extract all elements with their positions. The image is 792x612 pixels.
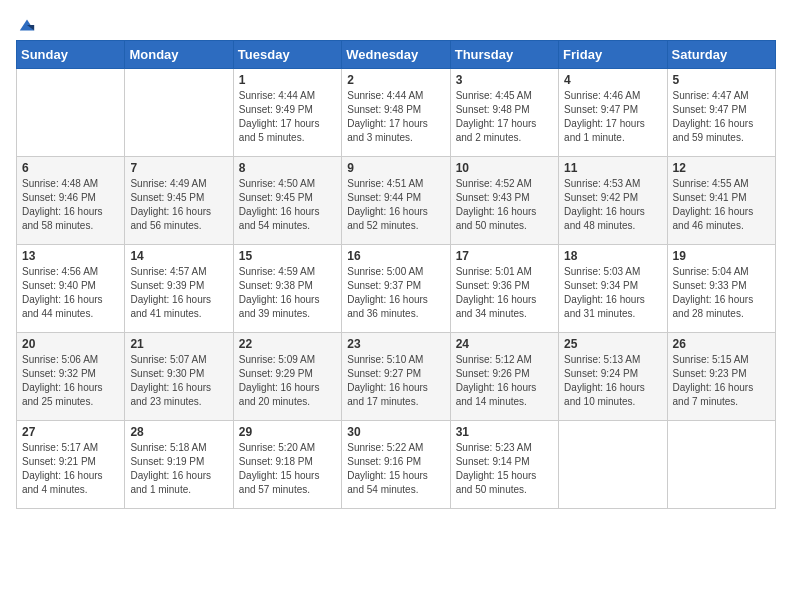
daylight-text: Daylight: 17 hours and 2 minutes.: [456, 118, 537, 143]
day-number: 16: [347, 249, 444, 263]
day-number: 5: [673, 73, 770, 87]
sunset-text: Sunset: 9:39 PM: [130, 280, 204, 291]
sunset-text: Sunset: 9:29 PM: [239, 368, 313, 379]
daylight-text: Daylight: 16 hours and 46 minutes.: [673, 206, 754, 231]
calendar-cell: 20 Sunrise: 5:06 AM Sunset: 9:32 PM Dayl…: [17, 333, 125, 421]
sunset-text: Sunset: 9:21 PM: [22, 456, 96, 467]
calendar-cell: 27 Sunrise: 5:17 AM Sunset: 9:21 PM Dayl…: [17, 421, 125, 509]
calendar-cell: 12 Sunrise: 4:55 AM Sunset: 9:41 PM Dayl…: [667, 157, 775, 245]
calendar-cell: 30 Sunrise: 5:22 AM Sunset: 9:16 PM Dayl…: [342, 421, 450, 509]
day-number: 12: [673, 161, 770, 175]
daylight-text: Daylight: 16 hours and 23 minutes.: [130, 382, 211, 407]
sunset-text: Sunset: 9:16 PM: [347, 456, 421, 467]
day-number: 20: [22, 337, 119, 351]
sunrise-text: Sunrise: 5:18 AM: [130, 442, 206, 453]
day-number: 19: [673, 249, 770, 263]
sunset-text: Sunset: 9:24 PM: [564, 368, 638, 379]
day-number: 6: [22, 161, 119, 175]
sunrise-text: Sunrise: 5:01 AM: [456, 266, 532, 277]
sunset-text: Sunset: 9:33 PM: [673, 280, 747, 291]
daylight-text: Daylight: 16 hours and 31 minutes.: [564, 294, 645, 319]
day-number: 9: [347, 161, 444, 175]
calendar-week-5: 27 Sunrise: 5:17 AM Sunset: 9:21 PM Dayl…: [17, 421, 776, 509]
day-info: Sunrise: 4:57 AM Sunset: 9:39 PM Dayligh…: [130, 265, 227, 321]
sunset-text: Sunset: 9:14 PM: [456, 456, 530, 467]
weekday-header-monday: Monday: [125, 41, 233, 69]
calendar-cell: 23 Sunrise: 5:10 AM Sunset: 9:27 PM Dayl…: [342, 333, 450, 421]
sunrise-text: Sunrise: 4:49 AM: [130, 178, 206, 189]
calendar-cell: 9 Sunrise: 4:51 AM Sunset: 9:44 PM Dayli…: [342, 157, 450, 245]
day-number: 1: [239, 73, 336, 87]
calendar-cell: 4 Sunrise: 4:46 AM Sunset: 9:47 PM Dayli…: [559, 69, 667, 157]
calendar-cell: 13 Sunrise: 4:56 AM Sunset: 9:40 PM Dayl…: [17, 245, 125, 333]
day-number: 25: [564, 337, 661, 351]
day-number: 18: [564, 249, 661, 263]
weekday-header-saturday: Saturday: [667, 41, 775, 69]
daylight-text: Daylight: 16 hours and 50 minutes.: [456, 206, 537, 231]
calendar-cell: 29 Sunrise: 5:20 AM Sunset: 9:18 PM Dayl…: [233, 421, 341, 509]
calendar-cell: 2 Sunrise: 4:44 AM Sunset: 9:48 PM Dayli…: [342, 69, 450, 157]
day-info: Sunrise: 4:56 AM Sunset: 9:40 PM Dayligh…: [22, 265, 119, 321]
daylight-text: Daylight: 16 hours and 36 minutes.: [347, 294, 428, 319]
day-number: 13: [22, 249, 119, 263]
daylight-text: Daylight: 16 hours and 59 minutes.: [673, 118, 754, 143]
day-number: 31: [456, 425, 553, 439]
day-info: Sunrise: 5:13 AM Sunset: 9:24 PM Dayligh…: [564, 353, 661, 409]
calendar-cell: 8 Sunrise: 4:50 AM Sunset: 9:45 PM Dayli…: [233, 157, 341, 245]
day-info: Sunrise: 5:09 AM Sunset: 9:29 PM Dayligh…: [239, 353, 336, 409]
day-number: 4: [564, 73, 661, 87]
logo-text: [16, 16, 36, 34]
day-info: Sunrise: 5:00 AM Sunset: 9:37 PM Dayligh…: [347, 265, 444, 321]
daylight-text: Daylight: 16 hours and 17 minutes.: [347, 382, 428, 407]
daylight-text: Daylight: 15 hours and 57 minutes.: [239, 470, 320, 495]
daylight-text: Daylight: 16 hours and 7 minutes.: [673, 382, 754, 407]
calendar-cell: 17 Sunrise: 5:01 AM Sunset: 9:36 PM Dayl…: [450, 245, 558, 333]
day-number: 10: [456, 161, 553, 175]
sunset-text: Sunset: 9:34 PM: [564, 280, 638, 291]
sunset-text: Sunset: 9:46 PM: [22, 192, 96, 203]
calendar-cell: 22 Sunrise: 5:09 AM Sunset: 9:29 PM Dayl…: [233, 333, 341, 421]
logo-icon: [18, 16, 36, 34]
sunrise-text: Sunrise: 5:13 AM: [564, 354, 640, 365]
day-number: 14: [130, 249, 227, 263]
calendar-header-row: SundayMondayTuesdayWednesdayThursdayFrid…: [17, 41, 776, 69]
daylight-text: Daylight: 16 hours and 1 minute.: [130, 470, 211, 495]
calendar-cell: 21 Sunrise: 5:07 AM Sunset: 9:30 PM Dayl…: [125, 333, 233, 421]
day-number: 7: [130, 161, 227, 175]
sunrise-text: Sunrise: 5:15 AM: [673, 354, 749, 365]
day-number: 30: [347, 425, 444, 439]
sunrise-text: Sunrise: 4:46 AM: [564, 90, 640, 101]
daylight-text: Daylight: 16 hours and 41 minutes.: [130, 294, 211, 319]
daylight-text: Daylight: 16 hours and 28 minutes.: [673, 294, 754, 319]
daylight-text: Daylight: 16 hours and 58 minutes.: [22, 206, 103, 231]
calendar-cell: 16 Sunrise: 5:00 AM Sunset: 9:37 PM Dayl…: [342, 245, 450, 333]
daylight-text: Daylight: 16 hours and 10 minutes.: [564, 382, 645, 407]
day-number: 3: [456, 73, 553, 87]
sunset-text: Sunset: 9:27 PM: [347, 368, 421, 379]
daylight-text: Daylight: 16 hours and 34 minutes.: [456, 294, 537, 319]
day-info: Sunrise: 4:44 AM Sunset: 9:48 PM Dayligh…: [347, 89, 444, 145]
sunset-text: Sunset: 9:42 PM: [564, 192, 638, 203]
sunrise-text: Sunrise: 4:44 AM: [239, 90, 315, 101]
day-info: Sunrise: 4:55 AM Sunset: 9:41 PM Dayligh…: [673, 177, 770, 233]
sunrise-text: Sunrise: 4:55 AM: [673, 178, 749, 189]
day-number: 28: [130, 425, 227, 439]
calendar-cell: [667, 421, 775, 509]
day-info: Sunrise: 5:06 AM Sunset: 9:32 PM Dayligh…: [22, 353, 119, 409]
sunset-text: Sunset: 9:26 PM: [456, 368, 530, 379]
daylight-text: Daylight: 15 hours and 54 minutes.: [347, 470, 428, 495]
sunrise-text: Sunrise: 4:45 AM: [456, 90, 532, 101]
day-info: Sunrise: 4:50 AM Sunset: 9:45 PM Dayligh…: [239, 177, 336, 233]
calendar-cell: 28 Sunrise: 5:18 AM Sunset: 9:19 PM Dayl…: [125, 421, 233, 509]
calendar-cell: 31 Sunrise: 5:23 AM Sunset: 9:14 PM Dayl…: [450, 421, 558, 509]
day-number: 8: [239, 161, 336, 175]
sunrise-text: Sunrise: 4:52 AM: [456, 178, 532, 189]
daylight-text: Daylight: 16 hours and 52 minutes.: [347, 206, 428, 231]
daylight-text: Daylight: 16 hours and 4 minutes.: [22, 470, 103, 495]
day-info: Sunrise: 5:18 AM Sunset: 9:19 PM Dayligh…: [130, 441, 227, 497]
sunrise-text: Sunrise: 5:09 AM: [239, 354, 315, 365]
sunset-text: Sunset: 9:43 PM: [456, 192, 530, 203]
sunset-text: Sunset: 9:19 PM: [130, 456, 204, 467]
sunrise-text: Sunrise: 4:53 AM: [564, 178, 640, 189]
calendar-cell: 19 Sunrise: 5:04 AM Sunset: 9:33 PM Dayl…: [667, 245, 775, 333]
